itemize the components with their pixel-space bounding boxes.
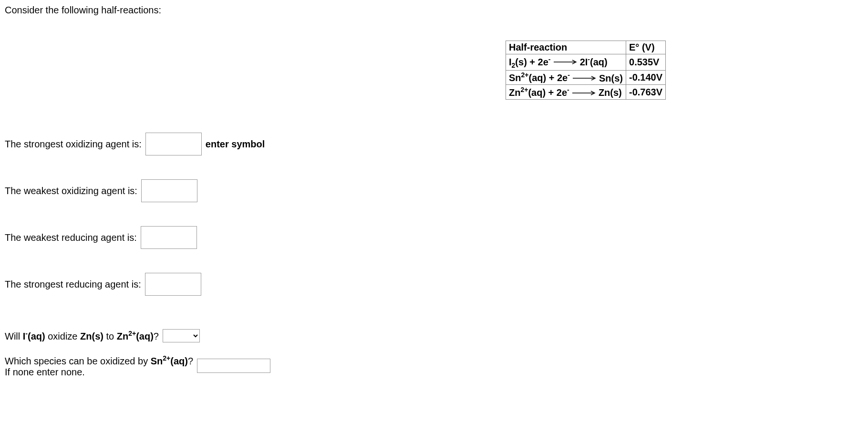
reaction-rhs: Sn(s) [599, 72, 623, 83]
q1-input[interactable] [145, 133, 202, 155]
potential-value: 0.535V [626, 54, 666, 71]
intro-text: Consider the following half-reactions: [5, 5, 863, 16]
arrow-icon [572, 91, 596, 95]
table-row: Zn2+(aq) + 2e- Zn(s) -0.763V [506, 85, 666, 100]
q6-input[interactable] [197, 359, 270, 373]
q2-input[interactable] [141, 179, 197, 202]
q3-input[interactable] [141, 226, 197, 249]
reaction-lhs: I2(s) + 2e- [509, 57, 551, 67]
table-header-potential: E° (V) [626, 41, 666, 54]
q1-hint: enter symbol [206, 139, 265, 150]
q2-label: The weakest oxidizing agent is: [5, 186, 137, 196]
q4-label: The strongest reducing agent is: [5, 279, 141, 290]
potential-value: -0.140V [626, 70, 666, 85]
arrow-icon [572, 76, 596, 81]
arrow-icon [553, 60, 577, 64]
q3-label: The weakest reducing agent is: [5, 232, 137, 243]
half-reaction-table: Half-reaction E° (V) I2(s) + 2e- 2I-(aq)… [506, 41, 666, 100]
potential-value: -0.763V [626, 85, 666, 100]
reaction-rhs: Zn(s) [599, 87, 622, 98]
q1-label: The strongest oxidizing agent is: [5, 139, 142, 150]
reaction-lhs: Sn2+(aq) + 2e- [509, 72, 570, 83]
table-row: I2(s) + 2e- 2I-(aq) 0.535V [506, 54, 666, 71]
q5-label: Will I-(aq) oxidize Zn(s) to Zn2+(aq)? [5, 330, 159, 342]
q4-input[interactable] [145, 273, 201, 296]
table-header-reaction: Half-reaction [506, 41, 626, 54]
q5-select[interactable] [163, 329, 200, 342]
q6-label: Which species can be oxidized by Sn2+(aq… [5, 354, 193, 378]
reaction-rhs: 2I-(aq) [580, 57, 608, 67]
table-row: Sn2+(aq) + 2e- Sn(s) -0.140V [506, 70, 666, 85]
reaction-lhs: Zn2+(aq) + 2e- [509, 87, 569, 98]
